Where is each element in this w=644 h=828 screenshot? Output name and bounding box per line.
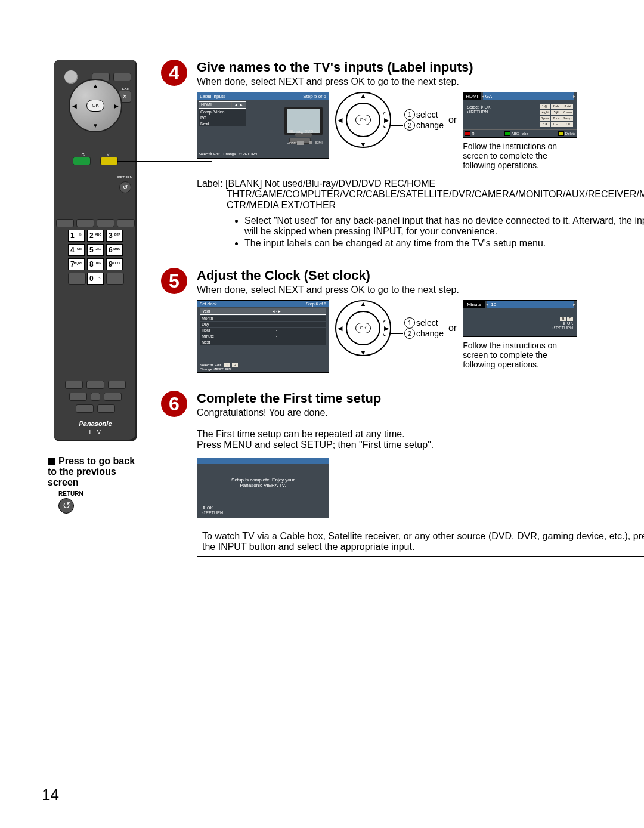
remote-return-icon: ↺ (119, 181, 131, 193)
remote-model: T V (54, 429, 137, 435)
step5-title: Adjust the Clock (Set clock) (197, 268, 644, 283)
g-label: G (81, 153, 84, 157)
change-label: change (416, 121, 444, 130)
previous-screen-text: Press to go back to the previous screen (48, 456, 135, 487)
return-icon: ↺ (58, 498, 74, 514)
remote-brand: Panasonic (54, 420, 137, 427)
or-label: or (448, 115, 457, 125)
step-number-4: 4 (161, 60, 187, 86)
step6-para2: Press MENU and select SETUP; then "First… (197, 440, 644, 450)
or-label-2: or (448, 323, 457, 333)
previous-screen-tip: Press to go back to the previous screen … (48, 456, 143, 514)
remote-control-illustration: EXIT ✕ ▲▼ ◀▶ OK RETURN ↺ GY (54, 60, 137, 441)
remote-return-label: RETURN (117, 175, 132, 179)
step-5: 5 Adjust the Clock (Set clock) When done… (161, 268, 644, 373)
set-clock-screenshot: Set clockStep 6 of 6 Year◂ - ▸ Month- Da… (197, 300, 329, 373)
return-label: RETURN (58, 490, 143, 497)
select-label: select (416, 110, 438, 119)
page-number: 14 (42, 786, 59, 804)
step6-para1: The First time setup can be repeated at … (197, 429, 644, 440)
step-number-5: 5 (161, 268, 187, 294)
minute-edit-screenshot: Minute 10 8 9 ✥ OK ↺RETURN (463, 300, 577, 337)
step-number-6: 6 (161, 391, 187, 417)
select-label-2: select (416, 318, 438, 328)
note-change-labels: The input labels can be changed at any t… (244, 238, 644, 249)
change-label-2: change (416, 329, 444, 338)
step-4: 4 Give names to the TV's inputs (Label i… (161, 60, 644, 250)
step4-subtitle: When done, select NEXT and press OK to g… (197, 76, 644, 87)
step-6: 6 Complete the First time setup Congratu… (161, 391, 644, 557)
note-not-used: Select "Not used" for any back-panel inp… (244, 215, 644, 237)
step6-title: Complete the First time setup (197, 391, 644, 406)
step4-notes: Select "Not used" for any back-panel inp… (221, 215, 644, 249)
input-label-list: Label: [BLANK] Not used/Blu-ray/DVD/DVD … (227, 178, 644, 211)
follow-instructions-2: Follow the instructions on screen to com… (463, 341, 576, 369)
callout-line (117, 161, 212, 163)
label-edit-screenshot: HDMI GA 1 @.2 abc3 def 4 ghi5 jkl6 mno 7… (463, 92, 577, 138)
remote-dpad: ▲▼ ◀▶ OK (69, 79, 122, 132)
label-inputs-screenshot: Label inputsStep 5 of 6 HDMI◂ ▸ Comp./Vi… (197, 92, 329, 159)
step6-subtitle: Congratulations! You are done. (197, 407, 644, 418)
follow-instructions-1: Follow the instructions on screen to com… (463, 141, 576, 170)
y-label: Y (107, 153, 110, 157)
setup-complete-screenshot: Setup is complete. Enjoy your Panasonic … (197, 458, 329, 518)
remote-ok-button: OK (86, 100, 104, 112)
step4-title: Give names to the TV's inputs (Label inp… (197, 60, 644, 75)
watch-tv-note: To watch TV via a Cable box, Satellite r… (197, 527, 644, 557)
step5-subtitle: When done, select NEXT and press OK to g… (197, 285, 644, 295)
remote-numpad: 1@. 2ABC 3DEF 4GHI 5JKL 6MNO 7PQRS 8TUV … (54, 230, 137, 270)
